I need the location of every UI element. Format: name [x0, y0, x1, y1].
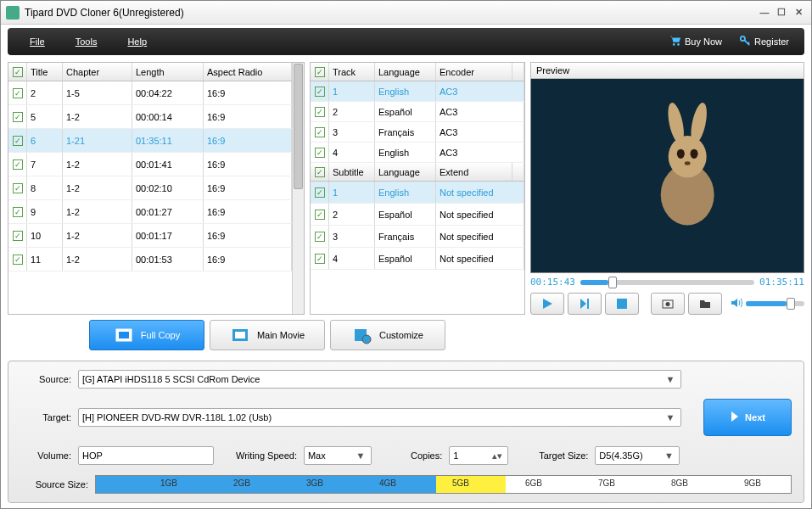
titles-header: ✓ Title Chapter Length Aspect Radio [8, 63, 292, 81]
row-checkbox[interactable]: ✓ [311, 248, 329, 269]
row-checkbox[interactable]: ✓ [311, 204, 329, 225]
volume-icon[interactable] [731, 297, 742, 310]
titles-checkall[interactable]: ✓ [8, 63, 27, 81]
table-row[interactable]: ✓ 5 1-2 00:00:14 16:9 [8, 105, 292, 129]
row-checkbox[interactable]: ✓ [311, 81, 329, 101]
mode-full-label: Full Copy [141, 330, 180, 340]
row-checkbox[interactable]: ✓ [8, 200, 27, 223]
chevron-down-icon: ▼ [354, 450, 367, 461]
buy-now-button[interactable]: Buy Now [661, 31, 731, 52]
size-tick: 6GB [525, 478, 542, 488]
svg-point-19 [362, 335, 371, 344]
tracks-checkall[interactable]: ✓ [311, 63, 329, 81]
size-tick: 5GB [452, 478, 469, 488]
th-aspect[interactable]: Aspect Radio [204, 63, 292, 81]
table-row[interactable]: ✓ 7 1-2 00:01:41 16:9 [8, 153, 292, 176]
menu-help[interactable]: Help [112, 33, 162, 50]
table-row[interactable]: ✓ 10 1-2 00:01:17 16:9 [8, 224, 292, 248]
th-encoder[interactable]: Encoder [436, 63, 512, 81]
mode-main-movie[interactable]: Main Movie [210, 320, 325, 350]
volume-slider[interactable] [746, 301, 804, 306]
table-row[interactable]: ✓ 2 1-5 00:04:22 16:9 [8, 81, 292, 105]
volume-input[interactable]: HOP [78, 446, 214, 465]
row-checkbox[interactable]: ✓ [8, 129, 27, 152]
subtitles-scrollbar[interactable] [512, 163, 524, 181]
volume-label: Volume: [20, 450, 71, 461]
register-button[interactable]: Register [731, 31, 798, 52]
speed-dropdown[interactable]: Max▼ [304, 446, 372, 465]
table-row[interactable]: ✓ 3 Français Not specified [311, 226, 524, 248]
target-dropdown[interactable]: [H] PIONEER DVD-RW DVR-118L 1.02 (Usb)▼ [78, 408, 681, 427]
table-row[interactable]: ✓ 2 Español AC3 [311, 102, 524, 122]
row-checkbox[interactable]: ✓ [8, 81, 27, 104]
row-checkbox[interactable]: ✓ [8, 153, 27, 176]
source-dropdown[interactable]: [G] ATAPI iHDS118 5 SCSI CdRom Device▼ [78, 370, 681, 389]
close-button[interactable]: ✕ [791, 6, 806, 20]
th-sub-lang[interactable]: Language [375, 163, 436, 181]
size-tick: 7GB [598, 478, 615, 488]
play-button[interactable] [530, 293, 564, 315]
table-row[interactable]: ✓ 4 English AC3 [311, 143, 524, 163]
spinner-icon: ▴▾ [490, 450, 504, 461]
menu-tools[interactable]: Tools [60, 33, 113, 50]
th-length[interactable]: Length [132, 63, 204, 81]
th-title[interactable]: Title [27, 63, 63, 81]
minimize-button[interactable]: — [757, 6, 772, 20]
table-row[interactable]: ✓ 3 Français AC3 [311, 122, 524, 143]
snapshot-button[interactable] [651, 293, 685, 315]
folder-button[interactable] [688, 293, 722, 315]
preview-video[interactable] [530, 79, 804, 273]
th-extend[interactable]: Extend [436, 163, 512, 181]
row-checkbox[interactable]: ✓ [311, 182, 329, 203]
preview-panel: Preview 00:15:43 01:35:11 [530, 62, 804, 315]
row-checkbox[interactable]: ✓ [8, 248, 27, 271]
copies-spinner[interactable]: 1▴▾ [449, 446, 508, 465]
row-checkbox[interactable]: ✓ [311, 122, 329, 142]
tracks-scrollbar[interactable] [512, 63, 524, 81]
chevron-down-icon: ▼ [662, 450, 675, 461]
subtitles-checkall[interactable]: ✓ [311, 163, 329, 181]
seek-slider[interactable] [580, 280, 754, 285]
source-label: Source: [20, 374, 71, 384]
table-row[interactable]: ✓ 11 1-2 00:01:53 16:9 [8, 248, 292, 271]
th-track[interactable]: Track [329, 63, 375, 81]
mode-bar: Full Copy Main Movie Customize [8, 320, 804, 357]
table-row[interactable]: ✓ 1 English Not specified [311, 182, 524, 204]
table-row[interactable]: ✓ 1 English AC3 [311, 81, 524, 102]
titles-body: ✓ 2 1-5 00:04:22 16:9✓ 5 1-2 00:00:14 16… [8, 81, 292, 314]
target-size-dropdown[interactable]: D5(4.35G)▼ [595, 446, 680, 465]
th-track-lang[interactable]: Language [375, 63, 436, 81]
window-title: Tipard DVD Cloner 6(Unregistered) [25, 7, 755, 19]
row-checkbox[interactable]: ✓ [311, 226, 329, 247]
next-button[interactable]: Next [703, 399, 792, 436]
svg-rect-15 [119, 332, 129, 338]
mode-full-copy[interactable]: Full Copy [89, 320, 204, 350]
table-row[interactable]: ✓ 9 1-2 00:01:27 16:9 [8, 200, 292, 224]
titles-panel: ✓ Title Chapter Length Aspect Radio ✓ 2 … [8, 62, 305, 315]
svg-point-1 [677, 43, 680, 46]
table-row[interactable]: ✓ 8 1-2 00:02:10 16:9 [8, 176, 292, 200]
row-checkbox[interactable]: ✓ [311, 143, 329, 162]
row-checkbox[interactable]: ✓ [8, 224, 27, 247]
stop-button[interactable] [605, 293, 639, 315]
row-checkbox[interactable]: ✓ [311, 102, 329, 121]
table-row[interactable]: ✓ 6 1-21 01:35:11 16:9 [8, 129, 292, 153]
row-checkbox[interactable]: ✓ [8, 105, 27, 128]
row-checkbox[interactable]: ✓ [8, 176, 27, 199]
menu-file[interactable]: File [14, 33, 60, 50]
th-chapter[interactable]: Chapter [63, 63, 132, 81]
source-size-label: Source Size: [20, 479, 88, 489]
film-icon [114, 325, 134, 345]
player-controls [530, 293, 804, 315]
table-row[interactable]: ✓ 4 Español Not specified [311, 248, 524, 270]
maximize-button[interactable]: ☐ [774, 6, 789, 20]
time-total: 01:35:11 [759, 277, 804, 288]
th-subtitle[interactable]: Subtitle [329, 163, 375, 181]
step-button[interactable] [568, 293, 602, 315]
svg-point-9 [685, 161, 691, 165]
titles-scrollbar[interactable] [292, 63, 304, 314]
mode-customize[interactable]: Customize [330, 320, 445, 350]
table-row[interactable]: ✓ 2 Español Not specified [311, 204, 524, 226]
size-tick: 9GB [744, 478, 761, 488]
menu-bar: File Tools Help Buy Now Register [8, 28, 804, 55]
